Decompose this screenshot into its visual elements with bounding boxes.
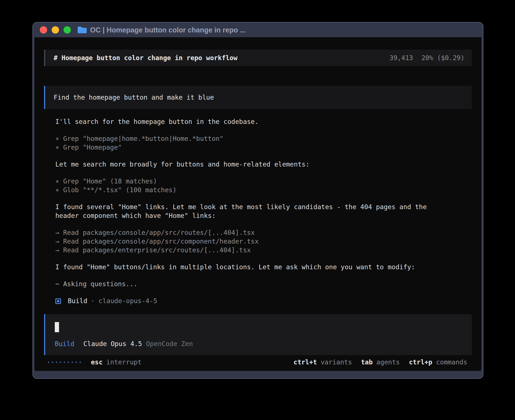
separator-dot: · [91, 297, 95, 305]
zoom-button[interactable] [64, 26, 71, 34]
assistant-text-block: I found several "Home" links. Let me loo… [55, 203, 472, 220]
model-indicator[interactable]: Claude Opus 4.5 [83, 340, 142, 348]
close-button[interactable] [40, 26, 47, 34]
square-dot-icon [55, 298, 61, 304]
user-message: Find the homepage button and make it blu… [44, 86, 472, 109]
window-title: OC | Homepage button color change in rep… [90, 26, 246, 34]
hint-label: commands [436, 358, 467, 367]
tool-call-line: → Read packages/console/app/src/routes/[… [55, 228, 472, 237]
agent-model: claude-opus-4-5 [99, 297, 157, 305]
tool-call-line: → Read packages/enterprise/src/routes/[.… [55, 246, 472, 255]
hint-label: interrupt [106, 358, 142, 367]
tool-call-line: ∗ Grep "Home" (18 matches) [55, 177, 472, 186]
footer-bar: esc interrupt ctrl+t variants tab agents… [44, 355, 472, 371]
agent-name: Build [68, 297, 87, 305]
hint-label: agents [376, 358, 400, 367]
status-line: ~ Asking questions... [55, 280, 472, 288]
hint-agents: tab agents [361, 358, 400, 367]
progress-dot [76, 362, 77, 363]
assistant-text-line: I found "Home" buttons/links in multiple… [55, 263, 472, 272]
mode-indicator[interactable]: Build [55, 340, 74, 348]
hint-key: esc [91, 358, 103, 367]
footer-hints-right: ctrl+t variants tab agents ctrl+p comman… [294, 358, 467, 367]
hint-interrupt: esc interrupt [91, 358, 141, 367]
progress-dot [48, 362, 49, 363]
progress-dot [56, 362, 57, 363]
tool-call-line: ∗ Glob "**/*.tsx" (100 matches) [55, 186, 472, 194]
transcript: I'll search for the homepage button in t… [55, 117, 472, 305]
user-message-text: Find the homepage button and make it blu… [54, 93, 214, 102]
session-stats: 39,413 20% ($0.29) [390, 54, 464, 62]
progress-dot [68, 362, 69, 363]
traffic-lights [40, 26, 71, 34]
hint-label: variants [321, 358, 352, 367]
session-header: # Homepage button color change in repo w… [44, 50, 472, 66]
assistant-text-line: I found several "Home" links. Let me loo… [55, 203, 472, 211]
tool-call-line: → Read packages/console/app/src/componen… [55, 237, 472, 246]
text-cursor [55, 322, 59, 332]
assistant-text-block: Let me search more broadly for buttons a… [55, 160, 472, 169]
progress-dot [60, 362, 61, 363]
progress-dot [72, 362, 73, 363]
assistant-text-block: I found "Home" buttons/links in multiple… [55, 263, 472, 272]
progress-dot [80, 362, 81, 363]
terminal-content: # Homepage button color change in repo w… [34, 37, 481, 371]
progress-dots [48, 362, 81, 363]
agent-status-line: Build · claude-opus-4-5 [55, 297, 472, 305]
minimize-button[interactable] [52, 26, 59, 34]
token-count: 39,413 [390, 54, 413, 62]
context-usage: 20% ($0.29) [422, 54, 464, 62]
hint-key: tab [361, 358, 373, 367]
assistant-text-line: header component which have "Home" links… [55, 211, 472, 220]
tool-call-line: ∗ Grep "homepage|home.*button|Home.*butt… [55, 134, 472, 143]
input-status-row: Build Claude Opus 4.5 OpenCode Zen [55, 340, 463, 348]
session-title: # Homepage button color change in repo w… [54, 54, 237, 62]
assistant-text-line: I'll search for the homepage button in t… [55, 117, 472, 126]
folder-icon [77, 26, 87, 34]
hint-key: ctrl+p [409, 358, 432, 367]
status-block: ~ Asking questions... [55, 280, 472, 288]
tool-call-line: ∗ Grep "Homepage" [55, 143, 472, 152]
message-input[interactable]: Build Claude Opus 4.5 OpenCode Zen [44, 314, 472, 355]
titlebar[interactable]: OC | Homepage button color change in rep… [33, 23, 483, 37]
hint-commands: ctrl+p commands [409, 358, 467, 367]
progress-dot [52, 362, 53, 363]
tool-call-block: ∗ Grep "homepage|home.*button|Home.*butt… [55, 134, 472, 152]
assistant-text-line: Let me search more broadly for buttons a… [55, 160, 472, 169]
hint-key: ctrl+t [294, 358, 317, 367]
progress-dot [64, 362, 65, 363]
tool-call-block: → Read packages/console/app/src/routes/[… [55, 228, 472, 255]
terminal-window: OC | Homepage button color change in rep… [32, 22, 483, 379]
provider-indicator: OpenCode Zen [146, 340, 193, 348]
hint-variants: ctrl+t variants [294, 358, 352, 367]
tool-call-block: ∗ Grep "Home" (18 matches) ∗ Glob "**/*.… [55, 177, 472, 194]
assistant-text-block: I'll search for the homepage button in t… [55, 117, 472, 126]
